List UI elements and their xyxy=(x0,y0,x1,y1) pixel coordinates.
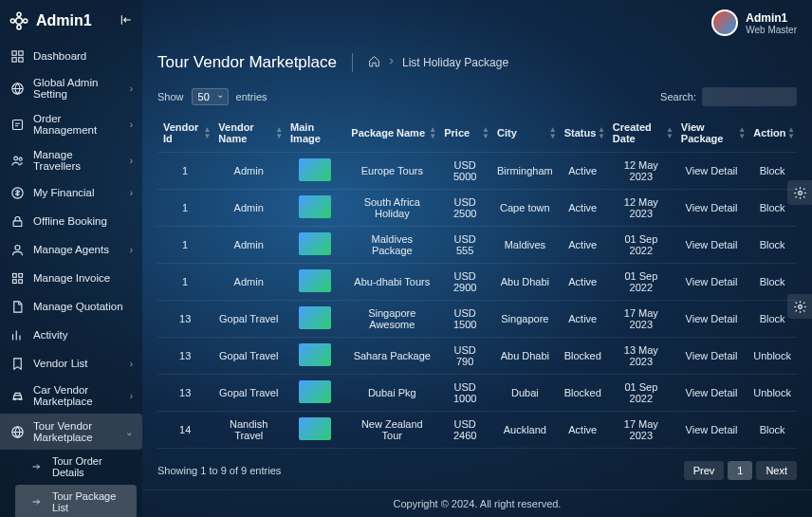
view-detail-link[interactable]: View Detail xyxy=(686,350,738,361)
chevron-right-icon: › xyxy=(130,156,133,166)
cell-city: Dubai xyxy=(491,375,559,412)
nav-item-vendor-list[interactable]: Vendor List› xyxy=(0,349,142,378)
cell-image xyxy=(285,264,345,301)
action-link[interactable]: Block xyxy=(760,202,785,213)
user-area[interactable]: Admin1 Web Master xyxy=(711,9,797,36)
settings-gear-2[interactable] xyxy=(787,294,812,319)
nav-item-manage-quotation[interactable]: Manage Quotation xyxy=(0,292,142,321)
col-action[interactable]: Action▲▼ xyxy=(747,114,797,153)
cell-package: Sahara Package xyxy=(345,338,438,375)
view-detail-link[interactable]: View Detail xyxy=(686,202,738,213)
nav-item-global-admin-setting[interactable]: Global Admin Setting› xyxy=(0,70,142,106)
cell-city: Auckland xyxy=(491,412,559,449)
sort-icon: ▲▼ xyxy=(482,126,489,139)
cell-image xyxy=(285,412,345,449)
col-main-image[interactable]: Main Image xyxy=(285,114,345,153)
cell-vendor: Gopal Travel xyxy=(212,301,285,338)
nav-item-offline-booking[interactable]: Offline Booking xyxy=(0,207,142,235)
showing-text: Showing 1 to 9 of 9 entries xyxy=(157,465,281,476)
action-link[interactable]: Unblock xyxy=(753,387,791,398)
cell-package: New Zealand Tour xyxy=(345,412,438,449)
nav: DashboardGlobal Admin Setting›Order Mana… xyxy=(0,42,142,517)
nav-item-car-vendor-marketplace[interactable]: Car Vendor Marketplace› xyxy=(0,378,142,414)
cell-package: Maldives Package xyxy=(345,227,438,264)
nav-item-tour-vendor-marketplace[interactable]: Tour Vendor Marketplace⌄ xyxy=(0,414,142,450)
next-button[interactable]: Next xyxy=(756,461,797,480)
action-link[interactable]: Block xyxy=(760,165,785,176)
nav-label: Manage Invoice xyxy=(33,272,110,284)
chevron-right-icon: › xyxy=(130,245,133,255)
svg-rect-18 xyxy=(12,279,16,283)
view-detail-link[interactable]: View Detail xyxy=(686,424,738,435)
col-city[interactable]: City▲▼ xyxy=(491,114,559,153)
action-link[interactable]: Block xyxy=(760,239,785,250)
entries-select[interactable]: 50 xyxy=(192,88,229,105)
view-detail-link[interactable]: View Detail xyxy=(686,165,738,176)
cell-status: Active xyxy=(559,412,607,449)
col-package-name[interactable]: Package Name▲▼ xyxy=(345,114,438,153)
action-link[interactable]: Block xyxy=(760,313,785,324)
cell-price: USD 2460 xyxy=(438,412,491,449)
action-link[interactable]: Block xyxy=(760,424,785,435)
table-row: 1AdminSouth Africa HolidayUSD 2500Cape t… xyxy=(157,190,797,227)
table-controls: Show 50 entries Search: xyxy=(142,80,812,114)
action-link[interactable]: Block xyxy=(760,276,785,287)
view-detail-link[interactable]: View Detail xyxy=(686,276,738,287)
nav-item-manage-travellers[interactable]: Manage Travellers› xyxy=(0,142,142,178)
cell-date: 12 May 2023 xyxy=(607,153,675,190)
svg-rect-19 xyxy=(18,279,22,283)
cell-id: 1 xyxy=(157,153,212,190)
users-icon xyxy=(9,153,25,168)
table-row: 1AdminAbu-dhabi ToursUSD 2900Abu DhabiAc… xyxy=(157,264,797,301)
chevron-right-icon xyxy=(386,56,397,69)
cell-city: Singapore xyxy=(491,301,559,338)
package-thumb xyxy=(299,195,331,218)
breadcrumb: List Holiday Package xyxy=(368,55,508,70)
col-status[interactable]: Status▲▼ xyxy=(559,114,607,153)
view-detail-link[interactable]: View Detail xyxy=(686,313,738,324)
col-vendor-name[interactable]: Vendor Name▲▼ xyxy=(212,114,285,153)
nav-item-dashboard[interactable]: Dashboard xyxy=(0,42,142,70)
col-view-package[interactable]: View Package▲▼ xyxy=(675,114,747,153)
subnav-item-tour-order-details[interactable]: Tour Order Details xyxy=(9,450,142,484)
table-row: 1AdminMaldives PackageUSD 555MaldivesAct… xyxy=(157,227,797,264)
nav-item-order-management[interactable]: Order Management› xyxy=(0,106,142,142)
nav-item-manage-agents[interactable]: Manage Agents› xyxy=(0,235,142,264)
sidebar-collapse-button[interactable] xyxy=(120,13,133,29)
cell-image xyxy=(285,227,345,264)
page-1-button[interactable]: 1 xyxy=(728,461,752,480)
action-link[interactable]: Unblock xyxy=(753,350,791,361)
nav-item-manage-invoice[interactable]: Manage Invoice xyxy=(0,264,142,292)
nav-label: Manage Travellers xyxy=(33,149,121,172)
nav-item-activity[interactable]: Activity xyxy=(0,321,142,349)
table-row: 1AdminEurope ToursUSD 5000BirminghamActi… xyxy=(157,153,797,190)
subnav-item-tour-package-list[interactable]: Tour Package List xyxy=(15,485,137,517)
col-created-date[interactable]: Created Date▲▼ xyxy=(607,114,675,153)
cell-image xyxy=(285,153,345,190)
page-title: Tour Vendor Marketplace xyxy=(157,53,337,72)
sort-icon: ▲▼ xyxy=(429,126,436,139)
package-thumb xyxy=(299,380,331,403)
col-price[interactable]: Price▲▼ xyxy=(438,114,491,153)
prev-button[interactable]: Prev xyxy=(684,461,725,480)
chevron-down-icon: ⌄ xyxy=(125,427,133,437)
cell-vendor: Gopal Travel xyxy=(212,375,285,412)
view-detail-link[interactable]: View Detail xyxy=(686,387,738,398)
nav-item-my-financial[interactable]: My Financial› xyxy=(0,178,142,207)
cell-date: 17 May 2023 xyxy=(607,412,675,449)
cell-id: 13 xyxy=(157,338,212,375)
col-vendor-id[interactable]: Vendor Id▲▼ xyxy=(157,114,212,153)
svg-rect-6 xyxy=(18,50,22,54)
cell-date: 17 May 2023 xyxy=(607,301,675,338)
cell-date: 13 May 2023 xyxy=(607,338,675,375)
search-input[interactable] xyxy=(702,87,797,106)
cell-id: 1 xyxy=(157,227,212,264)
nav-label: My Financial xyxy=(33,187,95,198)
home-icon[interactable] xyxy=(368,55,380,70)
table-row: 14Nandish TravelNew Zealand TourUSD 2460… xyxy=(157,412,797,449)
settings-gear-1[interactable] xyxy=(787,180,812,205)
view-detail-link[interactable]: View Detail xyxy=(686,239,738,250)
cell-date: 01 Sep 2022 xyxy=(607,264,675,301)
cell-vendor: Admin xyxy=(212,190,285,227)
cell-price: USD 1500 xyxy=(438,301,491,338)
